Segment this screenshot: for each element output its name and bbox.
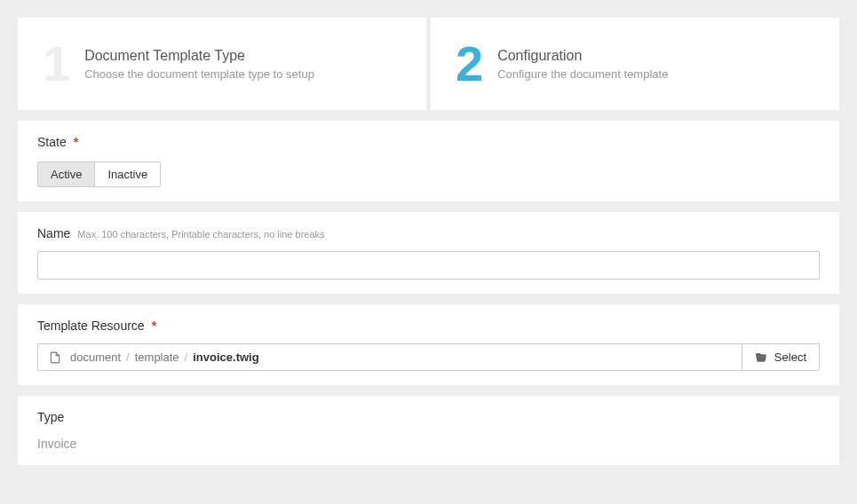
- state-toggle-group: Active Inactive: [37, 161, 161, 187]
- template-resource-panel: Template Resource * document / template …: [18, 304, 839, 385]
- step-2-title: Configuration: [497, 48, 668, 64]
- type-value: Invoice: [37, 437, 820, 451]
- state-active-button[interactable]: Active: [38, 162, 95, 186]
- name-label: Name Max. 100 characters, Printable char…: [37, 226, 820, 240]
- select-button[interactable]: Select: [742, 343, 820, 371]
- type-panel: Type Invoice: [18, 396, 839, 465]
- step-2-subtitle: Configure the document template: [497, 67, 668, 81]
- file-icon: [49, 351, 61, 364]
- step-2[interactable]: 2 Configuration Configure the document t…: [431, 18, 839, 110]
- state-panel: State * Active Inactive: [18, 121, 839, 201]
- step-2-number: 2: [456, 39, 483, 89]
- wizard-steps: 1 Document Template Type Choose the docu…: [18, 18, 839, 110]
- step-1-subtitle: Choose the document template type to set…: [84, 67, 314, 81]
- step-1-number: 1: [43, 39, 70, 89]
- state-inactive-button[interactable]: Inactive: [95, 162, 160, 186]
- type-label: Type: [37, 410, 820, 424]
- name-hint: Max. 100 characters, Printable character…: [77, 229, 324, 240]
- folder-open-icon: [755, 351, 767, 364]
- name-panel: Name Max. 100 characters, Printable char…: [18, 212, 839, 294]
- state-label: State *: [37, 135, 820, 149]
- step-1[interactable]: 1 Document Template Type Choose the docu…: [18, 18, 426, 110]
- template-resource-path: document / template / invoice.twig: [37, 343, 742, 371]
- path-segments: document / template / invoice.twig: [70, 350, 259, 364]
- step-1-title: Document Template Type: [84, 48, 314, 64]
- required-indicator: *: [152, 319, 156, 333]
- required-indicator: *: [74, 135, 78, 149]
- name-input[interactable]: [37, 251, 820, 280]
- template-resource-label: Template Resource *: [37, 319, 820, 333]
